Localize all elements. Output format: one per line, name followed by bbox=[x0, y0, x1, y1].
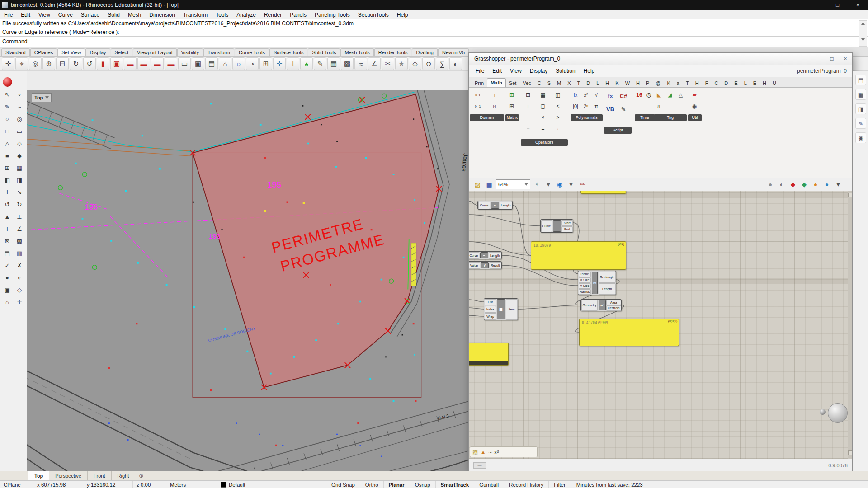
component-icon[interactable]: π bbox=[654, 101, 664, 112]
toolbar-tab[interactable]: Drafting bbox=[412, 48, 438, 56]
dock-panel-icon[interactable]: ◨ bbox=[855, 103, 866, 114]
palette-tool-icon[interactable]: ✎ bbox=[1, 101, 13, 113]
palette-tool-icon[interactable]: ▤ bbox=[1, 247, 13, 259]
grasshopper-category-tab[interactable]: @ bbox=[652, 79, 664, 87]
grasshopper-menu-item[interactable]: File bbox=[472, 68, 488, 74]
layer-indicator[interactable]: Default bbox=[217, 481, 260, 488]
toolbar-icon[interactable]: ★ bbox=[395, 57, 408, 70]
menu-item[interactable]: Tools bbox=[212, 10, 232, 19]
component-icon[interactable]: ◉ bbox=[688, 101, 701, 112]
component-icon[interactable]: ✎ bbox=[617, 103, 630, 115]
palette-tool-icon[interactable]: ↻ bbox=[14, 198, 25, 210]
display-mode-icon[interactable]: ● bbox=[811, 179, 821, 189]
group-label[interactable]: Util bbox=[688, 114, 702, 121]
component-icon[interactable]: π bbox=[591, 101, 601, 112]
component-icon[interactable]: − bbox=[521, 123, 535, 134]
menu-item[interactable]: View bbox=[34, 10, 54, 19]
grasshopper-category-tab[interactable]: C bbox=[711, 79, 721, 87]
toolbar-icon[interactable]: ▤ bbox=[205, 57, 218, 70]
palette-tool-icon[interactable]: ◨ bbox=[14, 174, 25, 186]
menu-item[interactable]: File bbox=[0, 10, 17, 19]
group-label[interactable]: Time bbox=[635, 114, 655, 121]
length-component[interactable]: Curve ~ Length bbox=[469, 251, 502, 259]
palette-tool-icon[interactable]: ∘ bbox=[14, 89, 25, 100]
canvas-file-icon[interactable]: ▨ bbox=[472, 179, 482, 189]
grasshopper-category-tab[interactable]: L bbox=[593, 79, 602, 87]
toolbar-icon[interactable]: ⊟ bbox=[56, 57, 69, 70]
grasshopper-category-tab[interactable]: U bbox=[769, 79, 779, 87]
component-icon[interactable]: ◫ bbox=[551, 89, 565, 100]
grasshopper-category-tab[interactable]: K bbox=[664, 79, 674, 87]
toolbar-icon[interactable]: ⌖ bbox=[15, 57, 28, 70]
grasshopper-category-tab[interactable]: W bbox=[622, 79, 633, 87]
statusbar-toggle[interactable]: Ortho bbox=[360, 481, 384, 488]
menu-item[interactable]: Paneling Tools bbox=[311, 10, 354, 19]
component-icon[interactable]: ◢ bbox=[665, 89, 675, 100]
toolbar-icon[interactable]: ⊥ bbox=[287, 57, 299, 70]
component-icon[interactable]: ▢ bbox=[536, 101, 550, 112]
dock-panel-icon[interactable]: ▤ bbox=[855, 75, 866, 85]
component-icon[interactable]: 0·1 bbox=[470, 89, 486, 100]
toolbar-tab[interactable]: Standard bbox=[1, 48, 30, 56]
statusbar-toggle[interactable]: Grid Snap bbox=[326, 481, 360, 488]
viewport-menu-icon[interactable] bbox=[45, 96, 49, 99]
palette-tool-icon[interactable]: ○ bbox=[1, 113, 13, 125]
toolbar-tab[interactable]: Set View bbox=[57, 48, 85, 56]
canvas-view-icon[interactable]: ◉ bbox=[555, 179, 565, 189]
statusbar-toggle[interactable]: Osnap bbox=[410, 481, 436, 488]
component-icon[interactable]: ·|· bbox=[486, 89, 503, 100]
window-control-button[interactable]: × bbox=[848, 0, 868, 10]
grasshopper-category-tab[interactable]: D bbox=[721, 79, 731, 87]
component-icon[interactable]: · bbox=[551, 123, 565, 134]
panel-clipped-left[interactable] bbox=[469, 343, 509, 366]
palette-tool-icon[interactable]: ✛ bbox=[14, 296, 25, 308]
grasshopper-document-name[interactable]: perimeterProgram_0 bbox=[797, 68, 847, 74]
viewport-tab[interactable]: Right bbox=[112, 471, 136, 480]
grasshopper-category-tab[interactable]: Set bbox=[506, 79, 520, 87]
toolbar-icon[interactable]: ▬ bbox=[137, 57, 150, 70]
component-icon[interactable]: > bbox=[551, 112, 565, 123]
component-icon[interactable]: 2ⁿ bbox=[581, 101, 591, 112]
statusbar-toggle[interactable]: Planar bbox=[384, 481, 410, 488]
canvas-view-icon[interactable]: ▾ bbox=[566, 179, 576, 189]
component-icon[interactable]: 16 bbox=[635, 89, 644, 100]
palette-tool-icon[interactable]: ■ bbox=[1, 150, 13, 161]
display-mode-icon[interactable]: ● bbox=[822, 179, 832, 189]
command-prompt[interactable]: Command: bbox=[0, 37, 868, 47]
menu-item[interactable]: Dimension bbox=[145, 10, 179, 19]
toolbar-icon[interactable]: ∠ bbox=[368, 57, 381, 70]
component-icon[interactable]: ▰ bbox=[688, 89, 701, 100]
toolbar-tab[interactable]: Surface Tools bbox=[269, 48, 307, 56]
palette-tool-icon[interactable]: ▣ bbox=[1, 284, 13, 296]
value-panel[interactable]: {0;0;0} 0.4570479909 bbox=[579, 319, 679, 346]
canvas-file-icon[interactable]: ▦ bbox=[484, 179, 494, 189]
grasshopper-category-tab[interactable]: E bbox=[731, 79, 741, 87]
toolbar-icon[interactable]: ↺ bbox=[83, 57, 96, 70]
palette-tool-icon[interactable]: ⌂ bbox=[1, 296, 13, 308]
toolbar-icon[interactable]: ♠ bbox=[300, 57, 313, 70]
grasshopper-category-tab[interactable]: C bbox=[534, 79, 544, 87]
grasshopper-category-tab[interactable]: S bbox=[544, 79, 554, 87]
canvas-view-icon[interactable]: ✏ bbox=[577, 179, 587, 189]
palette-tool-icon[interactable]: ↖ bbox=[1, 89, 13, 100]
toolbar-tab[interactable]: Mesh Tools bbox=[340, 48, 373, 56]
cplane-button[interactable]: CPlane bbox=[0, 481, 33, 488]
toolbar-tab[interactable]: Render Tools bbox=[374, 48, 412, 56]
group-label[interactable]: Operators bbox=[521, 139, 568, 146]
scroll-up-icon[interactable] bbox=[861, 22, 865, 25]
grasshopper-category-tab[interactable]: F bbox=[702, 79, 712, 87]
toolbar-icon[interactable]: ▣ bbox=[110, 57, 123, 70]
toolbar-icon[interactable]: ≈ bbox=[354, 57, 367, 70]
viewport-title-tab[interactable]: Top bbox=[32, 93, 52, 102]
group-label[interactable]: Polynomials bbox=[571, 114, 603, 121]
palette-tool-icon[interactable]: ◆ bbox=[14, 150, 25, 161]
render-red-sphere-icon[interactable] bbox=[3, 77, 12, 87]
grasshopper-window[interactable]: Grasshopper - perimeterProgram_0 –□× Fil… bbox=[468, 52, 853, 471]
statusbar-toggle[interactable]: Gumball bbox=[474, 481, 504, 488]
toolbar-tab[interactable]: Visibility bbox=[177, 48, 203, 56]
toolbar-icon[interactable]: ▬ bbox=[124, 57, 137, 70]
grasshopper-menu-item[interactable]: Display bbox=[526, 68, 552, 74]
dock-panel-icon[interactable]: ▦ bbox=[855, 89, 866, 100]
toolbar-icon[interactable]: ↻ bbox=[70, 57, 82, 70]
area-component[interactable]: Geometry m² Area Centroid bbox=[580, 299, 622, 311]
